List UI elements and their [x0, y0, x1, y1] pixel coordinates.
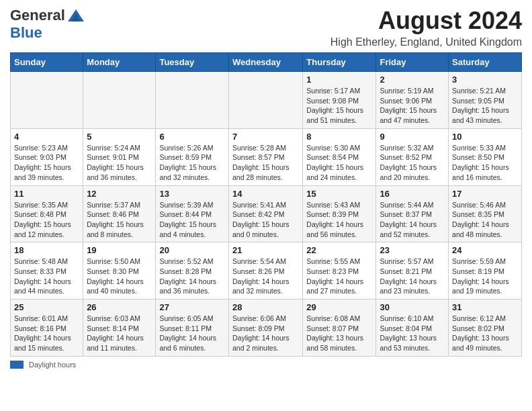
- calendar-cell: 11Sunrise: 5:35 AMSunset: 8:48 PMDayligh…: [11, 185, 83, 242]
- calendar-cell: 22Sunrise: 5:55 AMSunset: 8:23 PMDayligh…: [303, 242, 376, 300]
- day-detail: Sunrise: 6:12 AMSunset: 8:02 PMDaylight:…: [452, 314, 518, 353]
- logo-blue-text: Blue: [10, 24, 42, 41]
- day-detail: Sunrise: 5:39 AMSunset: 8:44 PMDaylight:…: [159, 200, 225, 240]
- day-detail: Sunrise: 5:17 AMSunset: 9:08 PMDaylight:…: [306, 86, 372, 126]
- column-header-monday: Monday: [83, 53, 156, 72]
- day-number: 28: [232, 302, 299, 312]
- day-detail: Sunrise: 5:55 AMSunset: 8:23 PMDaylight:…: [306, 257, 372, 296]
- day-detail: Sunrise: 5:32 AMSunset: 8:52 PMDaylight:…: [380, 143, 445, 183]
- logo-icon: [66, 8, 85, 23]
- day-detail: Sunrise: 5:30 AMSunset: 8:54 PMDaylight:…: [306, 143, 372, 183]
- column-header-wednesday: Wednesday: [228, 53, 302, 72]
- calendar-cell: 30Sunrise: 6:10 AMSunset: 8:04 PMDayligh…: [376, 300, 449, 357]
- day-detail: Sunrise: 5:33 AMSunset: 8:50 PMDaylight:…: [452, 143, 518, 183]
- day-detail: Sunrise: 5:48 AMSunset: 8:33 PMDaylight:…: [14, 257, 79, 296]
- day-number: 20: [159, 245, 225, 255]
- day-number: 4: [14, 132, 79, 142]
- daylight-color-box: [10, 361, 24, 369]
- calendar-cell: 15Sunrise: 5:43 AMSunset: 8:39 PMDayligh…: [303, 185, 376, 242]
- calendar-cell: 28Sunrise: 6:06 AMSunset: 8:09 PMDayligh…: [228, 300, 302, 357]
- day-detail: Sunrise: 5:35 AMSunset: 8:48 PMDaylight:…: [14, 200, 79, 240]
- day-detail: Sunrise: 5:24 AMSunset: 9:01 PMDaylight:…: [87, 143, 152, 183]
- calendar-cell: 8Sunrise: 5:30 AMSunset: 8:54 PMDaylight…: [303, 128, 376, 185]
- day-number: 13: [159, 189, 225, 199]
- calendar-cell: [83, 72, 156, 129]
- calendar-cell: 16Sunrise: 5:44 AMSunset: 8:37 PMDayligh…: [376, 185, 449, 242]
- day-number: 8: [306, 132, 372, 142]
- day-detail: Sunrise: 6:10 AMSunset: 8:04 PMDaylight:…: [380, 314, 445, 353]
- calendar-header-row: SundayMondayTuesdayWednesdayThursdayFrid…: [11, 53, 522, 72]
- column-header-tuesday: Tuesday: [156, 53, 229, 72]
- day-number: 15: [306, 189, 372, 199]
- day-detail: Sunrise: 5:37 AMSunset: 8:46 PMDaylight:…: [87, 200, 152, 240]
- day-number: 21: [232, 245, 299, 255]
- day-number: 9: [380, 132, 445, 142]
- week-row-4: 18Sunrise: 5:48 AMSunset: 8:33 PMDayligh…: [11, 242, 522, 300]
- day-number: 23: [380, 245, 445, 255]
- day-detail: Sunrise: 5:23 AMSunset: 9:03 PMDaylight:…: [14, 143, 79, 183]
- day-detail: Sunrise: 5:43 AMSunset: 8:39 PMDaylight:…: [306, 200, 372, 240]
- calendar-cell: 13Sunrise: 5:39 AMSunset: 8:44 PMDayligh…: [156, 185, 229, 242]
- calendar-cell: 20Sunrise: 5:52 AMSunset: 8:28 PMDayligh…: [156, 242, 229, 300]
- day-detail: Sunrise: 6:01 AMSunset: 8:16 PMDaylight:…: [14, 314, 79, 353]
- day-number: 11: [14, 189, 79, 199]
- calendar-cell: 3Sunrise: 5:21 AMSunset: 9:05 PMDaylight…: [449, 72, 522, 129]
- day-detail: Sunrise: 6:06 AMSunset: 8:09 PMDaylight:…: [232, 314, 299, 353]
- day-detail: Sunrise: 5:54 AMSunset: 8:26 PMDaylight:…: [232, 257, 299, 296]
- day-detail: Sunrise: 5:59 AMSunset: 8:19 PMDaylight:…: [452, 257, 518, 296]
- calendar-cell: 31Sunrise: 6:12 AMSunset: 8:02 PMDayligh…: [449, 300, 522, 357]
- column-header-thursday: Thursday: [303, 53, 376, 72]
- calendar-cell: 27Sunrise: 6:05 AMSunset: 8:11 PMDayligh…: [156, 300, 229, 357]
- day-number: 30: [380, 302, 445, 312]
- day-number: 19: [87, 245, 152, 255]
- calendar-table: SundayMondayTuesdayWednesdayThursdayFrid…: [10, 52, 522, 357]
- day-number: 2: [380, 75, 445, 85]
- calendar-cell: 24Sunrise: 5:59 AMSunset: 8:19 PMDayligh…: [449, 242, 522, 300]
- day-detail: Sunrise: 6:05 AMSunset: 8:11 PMDaylight:…: [159, 314, 225, 353]
- month-title: August 2024: [330, 7, 522, 35]
- day-detail: Sunrise: 5:44 AMSunset: 8:37 PMDaylight:…: [380, 200, 445, 240]
- daylight-label: Daylight hours: [29, 361, 76, 369]
- week-row-2: 4Sunrise: 5:23 AMSunset: 9:03 PMDaylight…: [11, 128, 522, 185]
- calendar-cell: 9Sunrise: 5:32 AMSunset: 8:52 PMDaylight…: [376, 128, 449, 185]
- week-row-1: 1Sunrise: 5:17 AMSunset: 9:08 PMDaylight…: [11, 72, 522, 129]
- day-detail: Sunrise: 5:41 AMSunset: 8:42 PMDaylight:…: [232, 200, 299, 240]
- calendar-cell: 18Sunrise: 5:48 AMSunset: 8:33 PMDayligh…: [11, 242, 83, 300]
- day-detail: Sunrise: 5:21 AMSunset: 9:05 PMDaylight:…: [452, 86, 518, 126]
- calendar-cell: 29Sunrise: 6:08 AMSunset: 8:07 PMDayligh…: [303, 300, 376, 357]
- title-block: August 2024 High Etherley, England, Unit…: [330, 7, 522, 48]
- calendar-cell: 26Sunrise: 6:03 AMSunset: 8:14 PMDayligh…: [83, 300, 156, 357]
- day-number: 6: [159, 132, 225, 142]
- day-number: 22: [306, 245, 372, 255]
- day-detail: Sunrise: 5:26 AMSunset: 8:59 PMDaylight:…: [159, 143, 225, 183]
- logo: General Blue: [10, 7, 85, 42]
- header: General Blue August 2024 High Etherley, …: [10, 7, 522, 48]
- day-number: 18: [14, 245, 79, 255]
- day-number: 25: [14, 302, 79, 312]
- footer-note: Daylight hours: [10, 361, 522, 369]
- calendar-cell: 19Sunrise: 5:50 AMSunset: 8:30 PMDayligh…: [83, 242, 156, 300]
- location-title: High Etherley, England, United Kingdom: [330, 36, 522, 48]
- day-number: 27: [159, 302, 225, 312]
- day-number: 29: [306, 302, 372, 312]
- column-header-sunday: Sunday: [11, 53, 83, 72]
- calendar-cell: [11, 72, 83, 129]
- day-detail: Sunrise: 5:50 AMSunset: 8:30 PMDaylight:…: [87, 257, 152, 296]
- calendar-cell: [156, 72, 229, 129]
- calendar-cell: 21Sunrise: 5:54 AMSunset: 8:26 PMDayligh…: [228, 242, 302, 300]
- column-header-saturday: Saturday: [449, 53, 522, 72]
- calendar-cell: 5Sunrise: 5:24 AMSunset: 9:01 PMDaylight…: [83, 128, 156, 185]
- calendar-cell: 6Sunrise: 5:26 AMSunset: 8:59 PMDaylight…: [156, 128, 229, 185]
- day-detail: Sunrise: 5:46 AMSunset: 8:35 PMDaylight:…: [452, 200, 518, 240]
- day-detail: Sunrise: 5:52 AMSunset: 8:28 PMDaylight:…: [159, 257, 225, 296]
- day-number: 7: [232, 132, 299, 142]
- day-number: 24: [452, 245, 518, 255]
- day-number: 26: [87, 302, 152, 312]
- column-header-friday: Friday: [376, 53, 449, 72]
- logo-general-text: General: [10, 7, 65, 24]
- day-number: 14: [232, 189, 299, 199]
- day-detail: Sunrise: 5:19 AMSunset: 9:06 PMDaylight:…: [380, 86, 445, 126]
- calendar-cell: [228, 72, 302, 129]
- calendar-cell: 23Sunrise: 5:57 AMSunset: 8:21 PMDayligh…: [376, 242, 449, 300]
- calendar-cell: 17Sunrise: 5:46 AMSunset: 8:35 PMDayligh…: [449, 185, 522, 242]
